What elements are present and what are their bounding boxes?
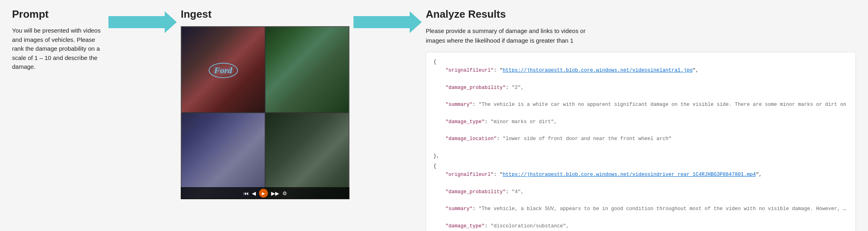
prompt-title: Prompt	[12, 8, 49, 21]
vehicle-image-1: Ford	[182, 27, 265, 112]
image-grid: Ford	[181, 26, 349, 199]
skip-back-icon[interactable]: ⏮	[243, 190, 249, 196]
image-grid-wrapper: Ford ⏮ ◀ ▶ ▶▶ ⚙	[181, 26, 349, 199]
json-record-2: { "orignalfileurl": "https://jhstoragest…	[433, 162, 848, 231]
json-entry-url-2: "orignalfileurl": "https://jhstoragestt.…	[433, 171, 848, 179]
analyze-section: Analyze Results Please provide a summary…	[426, 8, 856, 231]
close-brace-1: },	[433, 153, 439, 159]
arrow2-icon	[353, 11, 422, 33]
json-entry-prob-1: "damage_probability": "2",	[433, 84, 848, 92]
json-entry-summary-2: "summary": "The vehicle, a black SUV, ap…	[433, 205, 848, 213]
vehicle-image-4	[266, 113, 349, 198]
play-button[interactable]: ▶	[259, 189, 268, 198]
json-entry-summary-1: "summary": "The vehicle is a white car w…	[433, 101, 848, 109]
json-entry-type-2: "damage_type": "discoloration/substance"…	[433, 222, 848, 231]
json-entry-url-1: "orignalfileurl": "https://jhstoragestt.…	[433, 66, 848, 75]
analyze-prompt-text: Please provide a summary of damage and l…	[426, 26, 586, 45]
arrow2-container	[349, 11, 426, 33]
svg-marker-1	[353, 11, 422, 33]
analyze-title: Analyze Results	[426, 8, 506, 21]
ingest-title: Ingest	[181, 8, 212, 21]
json-output: { "orignalfileurl": "https://jhstoragest…	[426, 52, 856, 231]
ford-logo: Ford	[208, 63, 238, 78]
arrow1-icon	[108, 11, 177, 33]
analyze-prompt-line2: images where the likelihood if damage is…	[426, 37, 574, 44]
prompt-section: Prompt You will be presented with videos…	[12, 8, 104, 72]
json-link-1[interactable]: https://jhstoragestt.blob.core.windows.n…	[503, 68, 693, 73]
page-container: Prompt You will be presented with videos…	[12, 8, 856, 231]
video-controls-bar[interactable]: ⏮ ◀ ▶ ▶▶ ⚙	[181, 187, 349, 199]
ingest-section: Ingest Ford ⏮ ◀ ▶ ▶▶ ⚙	[181, 8, 349, 199]
json-entry-type-1: "damage_type": "minor marks or dirt",	[433, 118, 848, 126]
rewind-icon[interactable]: ◀	[252, 190, 256, 196]
json-entry-location-1: "damage_location": "lower side of front …	[433, 135, 848, 143]
vehicle-image-3	[182, 113, 265, 198]
arrow1-container	[104, 11, 181, 33]
vehicle-image-2	[266, 27, 349, 112]
prompt-body: You will be presented with videos and im…	[12, 26, 104, 72]
open-brace-2: {	[433, 163, 437, 169]
analyze-prompt-line1: Please provide a summary of damage and l…	[426, 27, 586, 34]
json-link-2[interactable]: https://jhstoragestt.blob.core.windows.n…	[503, 172, 756, 177]
json-record-1: { "orignalfileurl": "https://jhstoragest…	[433, 58, 848, 161]
settings-icon[interactable]: ⚙	[282, 190, 287, 196]
svg-marker-0	[108, 11, 177, 33]
json-entry-prob-2: "damage_probability": "4",	[433, 188, 848, 196]
forward-icon[interactable]: ▶▶	[271, 190, 279, 196]
open-brace-1: {	[433, 59, 437, 65]
